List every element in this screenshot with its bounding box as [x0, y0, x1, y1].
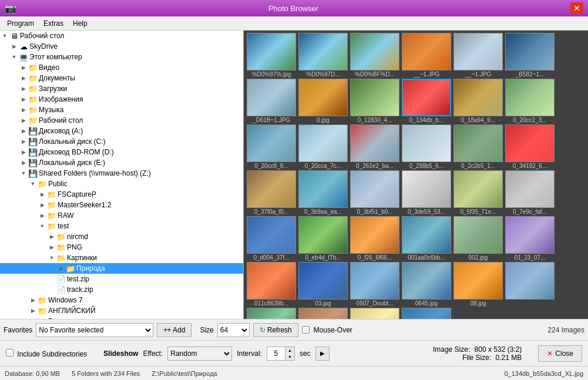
tree-expander-images[interactable]: ▶ [19, 95, 28, 104]
tree-expander-mydesktop[interactable]: ▶ [19, 116, 28, 125]
tree-item-kartinki[interactable]: ▼📁Картинки [0, 253, 243, 263]
photo-item[interactable]: 0_18a94_9... [453, 79, 503, 123]
close-button[interactable]: ✕ Close [538, 345, 582, 362]
tree-item-skydrive[interactable]: ▶☁SkyDrive [0, 41, 243, 52]
photo-item[interactable] [505, 262, 555, 307]
photo-item[interactable]: 0_261e2_ba... [350, 125, 400, 169]
tree-item-mypc[interactable]: ▼💻Этот компьютер [0, 52, 243, 62]
photo-item[interactable]: __~1.JPG [453, 33, 503, 78]
tree-expander-test[interactable]: ▼ [38, 221, 47, 231]
tree-expander-drive[interactable]: ▶ [19, 158, 28, 167]
tree-expander-priroda[interactable]: ▶ [56, 264, 66, 273]
photo-item[interactable]: 0_20cc8_8... [246, 125, 297, 169]
photo-item[interactable]: 0_f26_6f66... [350, 216, 400, 261]
photo-item[interactable]: 0_20cca_7c... [298, 125, 348, 169]
tree-expander-trackzip[interactable] [47, 285, 56, 294]
tree-expander-windows7[interactable]: ▶ [28, 295, 38, 305]
photo-item[interactable]: 0_3de59_53... [401, 170, 452, 215]
photo-item[interactable]: 002.jpg [453, 216, 503, 261]
photo-item[interactable]: 0_3bf51_b0... [350, 170, 400, 215]
tree-expander-drivc[interactable]: ▶ [19, 137, 28, 146]
photo-item[interactable]: %D0%97D... [298, 33, 348, 78]
photo-item[interactable] [350, 308, 400, 319]
tree-item-testzip[interactable]: 📄test.zip [0, 274, 243, 284]
tree-expander-fscapturep[interactable]: ▶ [38, 190, 47, 199]
tree-item-downloads[interactable]: ▶📁Загрузки [0, 83, 243, 94]
photo-item[interactable]: 0_eb4d_f7b... [298, 216, 348, 261]
photo-item[interactable]: 001aa0c6bb... [401, 216, 452, 261]
tree-expander-english[interactable]: ▶ [28, 306, 38, 315]
photo-item[interactable]: %D0%BF%D... [350, 33, 400, 78]
tree-item-public[interactable]: ▼📁Public [0, 179, 243, 189]
tree-expander-testzip[interactable] [47, 274, 56, 284]
photo-item[interactable]: 0_7e9c_faf... [505, 170, 555, 215]
add-favorite-button[interactable]: + + Add [157, 323, 191, 337]
photo-item[interactable]: 0_20cc2_3... [505, 79, 555, 123]
tree-expander-drivbd[interactable]: ▶ [19, 147, 28, 157]
tree-item-music[interactable]: ▶📁Музыка [0, 105, 243, 115]
tree-item-masterseeker[interactable]: ▶📁MasterSeeker1.2 [0, 200, 243, 210]
photo-item[interactable] [401, 308, 452, 319]
tree-expander-masterseeker[interactable]: ▶ [38, 200, 47, 210]
tree-expander-music[interactable]: ▶ [19, 105, 28, 115]
tree-item-shared[interactable]: ▼💾Shared Folders (\\vmware-host) (Z:) [0, 168, 243, 179]
tree-expander-raw[interactable]: ▶ [38, 211, 47, 220]
tree-expander-downloads[interactable]: ▶ [19, 84, 28, 93]
tree-item-priroda[interactable]: ▶📁Природа [0, 263, 243, 274]
tree-expander-video[interactable]: ▶ [19, 63, 28, 72]
photo-item[interactable]: __~1.JPG [401, 33, 452, 78]
effect-select[interactable]: Random Fade Slide [167, 347, 232, 361]
tree-item-drivbd[interactable]: ▶💾Дисковод BD-ROM (D:) [0, 147, 243, 157]
tree-expander-desktop[interactable]: ▼ [0, 31, 9, 41]
favorites-select[interactable]: No Favorite selected [36, 323, 153, 337]
close-window-button[interactable]: ✕ [570, 2, 583, 14]
tree-item-vremennoye[interactable]: ▶📁Временное [0, 316, 243, 319]
tree-item-images[interactable]: ▶📁Изображения [0, 94, 243, 105]
photo-item[interactable] [246, 308, 297, 319]
photo-item[interactable]: _D61B~1.JPG [246, 79, 297, 123]
tree-expander-driva[interactable]: ▶ [19, 126, 28, 136]
tree-expander-vremennoye[interactable]: ▶ [28, 317, 38, 319]
photo-item[interactable] [298, 308, 348, 319]
tree-item-driva[interactable]: ▶💾Дисковод (A:) [0, 126, 243, 136]
tree-item-png[interactable]: ▶📁PNG [0, 242, 243, 253]
tree-expander-kartinki[interactable]: ▼ [47, 253, 56, 263]
tree-item-fscapturep[interactable]: ▶📁FSCaptureP [0, 189, 243, 200]
include-subdirs-checkbox[interactable] [6, 349, 14, 357]
interval-input[interactable] [267, 347, 285, 360]
photo-item[interactable]: 03.jpg [298, 262, 348, 307]
photo-item[interactable]: 011c8639b... [246, 262, 297, 307]
photo-item[interactable]: 0_5f35_71e... [453, 170, 503, 215]
photo-item[interactable]: %D0%97%.jpg [246, 33, 297, 78]
interval-down-button[interactable]: ▼ [285, 354, 294, 360]
mouseover-checkbox[interactable] [302, 326, 310, 334]
photo-item[interactable]: 0507_Doubt... [350, 262, 400, 307]
photo-item[interactable]: 0_298b5_6... [401, 125, 452, 169]
tree-item-trackzip[interactable]: 📄track.zip [0, 284, 243, 295]
photo-item[interactable]: 0.jpg [298, 79, 348, 123]
menu-program[interactable]: Program [2, 18, 39, 29]
photo-item[interactable]: 0_3b9aa_ea... [298, 170, 348, 215]
size-select[interactable]: 64 32 128 [217, 323, 250, 337]
tree-expander-public[interactable]: ▼ [28, 179, 38, 189]
tree-expander-skydrive[interactable]: ▶ [9, 42, 19, 51]
tree-item-docs[interactable]: ▶📁Документы [0, 73, 243, 83]
menu-help[interactable]: Help [68, 18, 92, 29]
tree-item-nircmd[interactable]: ▶📁nircmd [0, 231, 243, 242]
play-slideshow-button[interactable]: ▶ [315, 347, 330, 361]
photo-item[interactable]: 0_2c2b5_1... [453, 125, 503, 169]
photo-item[interactable]: 0_12830_4... [350, 79, 400, 123]
photo-item[interactable]: 0_37f0a_f0... [246, 170, 297, 215]
tree-item-desktop[interactable]: ▼🖥Рабочий стол [0, 31, 243, 41]
refresh-button[interactable]: ↻ Refresh [253, 323, 298, 337]
photo-item[interactable]: 08.jpg [453, 262, 503, 307]
photo-item[interactable]: 0_34192_6... [505, 125, 555, 169]
photo-item[interactable]: 0_134db_b... [401, 79, 452, 123]
photo-item[interactable]: 01_23_07... [505, 216, 555, 261]
tree-item-windows7[interactable]: ▶📁Windows 7 [0, 295, 243, 305]
tree-item-raw[interactable]: ▶📁RAW [0, 210, 243, 221]
interval-up-button[interactable]: ▲ [285, 347, 294, 354]
tree-expander-nircmd[interactable]: ▶ [47, 232, 56, 241]
photo-item[interactable]: _B582~1... [505, 33, 555, 78]
tree-item-video[interactable]: ▶📁Видео [0, 62, 243, 73]
